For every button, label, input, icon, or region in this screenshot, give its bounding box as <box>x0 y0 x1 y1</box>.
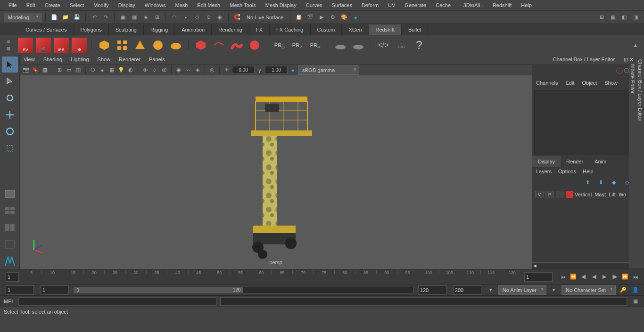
render-toggle-icon[interactable]: ● <box>351 13 360 22</box>
side-tab-channelbox[interactable]: Channel Box / Layer Editor <box>636 55 644 269</box>
tab-sculpting[interactable]: Sculpting <box>109 24 144 35</box>
vp-image-icon[interactable]: 🖼 <box>41 66 49 74</box>
menu-surfaces[interactable]: Surfaces <box>327 0 357 10</box>
sidebar-toggle-icon[interactable]: ◨ <box>631 13 640 22</box>
redo-icon[interactable]: ↷ <box>101 13 110 22</box>
shelf-render-button[interactable]: 🎬 <box>36 38 51 53</box>
menu-cache[interactable]: Cache <box>431 0 455 10</box>
menu-create[interactable]: Create <box>40 0 65 10</box>
menu-uv[interactable]: UV <box>383 0 400 10</box>
current-frame-input[interactable] <box>6 272 19 282</box>
playback-end-input[interactable] <box>418 285 446 295</box>
snap-point-icon[interactable]: • <box>181 13 190 22</box>
vp-ao-icon[interactable]: ◉ <box>174 66 183 74</box>
vp-motion-blur-icon[interactable]: 〰 <box>184 66 192 74</box>
layer-type-toggle[interactable] <box>556 191 564 198</box>
vp-textured-icon[interactable]: ▦ <box>107 66 116 74</box>
layer-menu-layers[interactable]: Layers <box>536 169 552 174</box>
play-back-icon[interactable]: ◀ <box>589 272 599 282</box>
layout-four-icon[interactable] <box>2 203 18 219</box>
vp-gamma-input[interactable] <box>265 66 288 74</box>
shelf-settings-button[interactable]: ⚙ <box>72 38 87 53</box>
vp-menu-shading[interactable]: Shading <box>43 57 62 62</box>
snap-curve-icon[interactable]: ◠ <box>170 13 179 22</box>
shelf-renderview-button[interactable]: RV <box>18 38 33 53</box>
vp-menu-panels[interactable]: Panels <box>149 57 165 62</box>
tab-xgen[interactable]: XGen <box>342 24 369 35</box>
ipr-render-icon[interactable]: ▶ <box>317 13 326 22</box>
tab-bullet[interactable]: Bullet <box>402 24 429 35</box>
vp-aa-icon[interactable]: ◈ <box>193 66 202 74</box>
side-tab-attribute-editor[interactable]: Attribute Editor <box>629 55 636 269</box>
shelf-proxy1-icon[interactable]: PR⬡ <box>272 38 287 53</box>
vp-xray-joints-icon[interactable]: ⦿ <box>160 66 168 74</box>
range-menu-icon[interactable]: ▾ <box>486 285 495 295</box>
tab-rigging[interactable]: Rigging <box>144 24 175 35</box>
layer-visibility-toggle[interactable]: V <box>535 191 544 198</box>
maya-logo-icon[interactable] <box>2 253 18 269</box>
shelf-sphere-icon[interactable] <box>150 38 165 53</box>
vp-shaded-icon[interactable]: ● <box>98 66 107 74</box>
vp-menu-lighting[interactable]: Lighting <box>71 57 89 62</box>
layer-playback-toggle[interactable]: P <box>545 191 554 198</box>
menu-file[interactable]: File <box>4 0 22 10</box>
scale-tool[interactable] <box>2 140 18 156</box>
snap-grid-icon[interactable]: ⊞ <box>152 13 162 22</box>
construction-history-icon[interactable]: 📋 <box>294 13 304 22</box>
shelf-log-icon[interactable]: ≡LOG <box>394 38 409 53</box>
open-scene-icon[interactable]: 📁 <box>61 13 70 22</box>
cb-tab-object[interactable]: Object <box>582 80 597 86</box>
vp-isolate-icon[interactable]: 👁 <box>141 66 149 74</box>
menu-display[interactable]: Display <box>114 0 140 10</box>
shelf-script-icon[interactable]: </> <box>376 38 391 53</box>
vp-xray-icon[interactable]: ◊ <box>150 66 159 74</box>
step-back-icon[interactable]: ◀| <box>579 272 588 282</box>
vp-grid-icon[interactable]: ⊞ <box>55 66 64 74</box>
range-slider[interactable]: 1 120 <box>74 287 413 293</box>
layer-tab-anim[interactable]: Anim <box>589 156 612 167</box>
anim-end-input[interactable] <box>453 285 481 295</box>
layer-menu-options[interactable]: Options <box>558 169 576 174</box>
menu-windows[interactable]: Windows <box>140 0 171 10</box>
shelf-cloud-icon[interactable] <box>168 38 183 53</box>
menu-redshift[interactable]: Redshift <box>488 0 516 10</box>
menu-mesh-tools[interactable]: Mesh Tools <box>225 0 260 10</box>
shelf-proxy3-icon[interactable]: PR⇄ <box>308 38 323 53</box>
shelf-cone-icon[interactable] <box>132 38 148 53</box>
layout-icon[interactable]: ▦ <box>608 13 618 22</box>
layer-name-label[interactable]: Vertical_Mast_Lift_Wo <box>575 192 626 197</box>
layer-row[interactable]: V P Vertical_Mast_Lift_Wo <box>532 189 636 200</box>
menu-modify[interactable]: Modify <box>89 0 113 10</box>
shelf-gear-icon[interactable]: ⚙ <box>4 46 13 52</box>
vp-gate-icon[interactable]: ▭ <box>65 66 73 74</box>
shelf-help-icon[interactable]: ? <box>412 38 427 53</box>
vp-resolution-icon[interactable]: ◫ <box>74 66 83 74</box>
cb-tab-edit[interactable]: Edit <box>565 80 574 86</box>
vp-colormgmt-icon[interactable]: ● <box>289 66 297 74</box>
menu-edit[interactable]: Edit <box>22 0 40 10</box>
cmd-language-label[interactable]: MEL <box>4 299 15 304</box>
tab-animation[interactable]: Animation <box>175 24 212 35</box>
script-editor-icon[interactable]: ▦ <box>631 297 640 306</box>
vp-menu-view[interactable]: View <box>24 57 35 62</box>
shelf-worm-icon[interactable] <box>229 38 244 53</box>
play-forward-icon[interactable]: ▶ <box>600 272 609 282</box>
playback-start-input[interactable] <box>41 285 69 295</box>
shelf-menu-icon[interactable]: ≡ <box>4 38 13 45</box>
shelf-proxy2-icon[interactable]: PR↗ <box>290 38 305 53</box>
viewport-3d[interactable]: persp <box>20 75 532 269</box>
tab-polygons[interactable]: Polygons <box>74 24 108 35</box>
workspace-icon[interactable]: ⊞ <box>597 13 606 22</box>
snap-icon[interactable]: ◈ <box>141 13 150 22</box>
shelf-redbox-icon[interactable] <box>193 38 208 53</box>
shelf-ipr-button[interactable]: IPR <box>54 38 69 53</box>
tab-fx-caching[interactable]: FX Caching <box>270 24 310 35</box>
step-forward-icon[interactable]: |▶ <box>610 272 619 282</box>
vp-lights-icon[interactable]: 💡 <box>117 66 125 74</box>
menu-generate[interactable]: Generate <box>400 0 431 10</box>
select-tool[interactable] <box>2 57 18 73</box>
snap-center-icon[interactable]: ⊙ <box>204 13 213 22</box>
shelf-cube-icon[interactable] <box>97 38 112 53</box>
current-time-input[interactable] <box>524 272 553 282</box>
shelf-disc1-icon[interactable] <box>333 38 348 53</box>
